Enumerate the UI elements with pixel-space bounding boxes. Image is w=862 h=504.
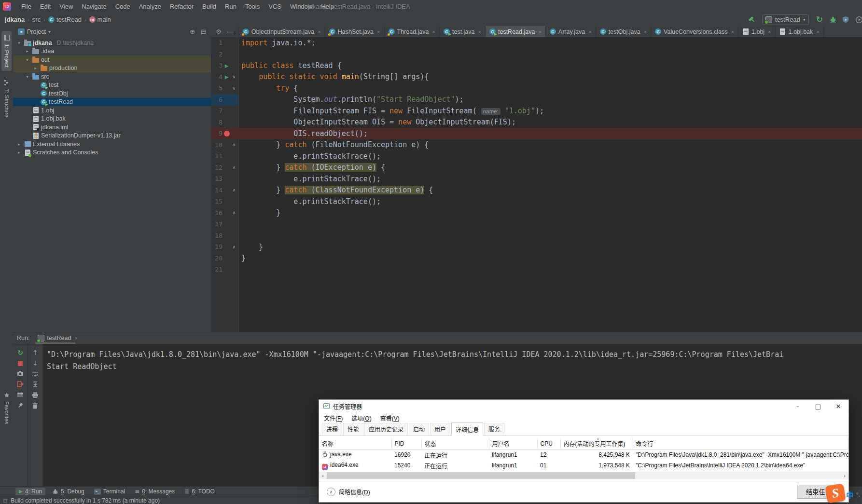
code-line[interactable]: 7 FileInputStream FIS = new FileInputStr… xyxy=(211,105,862,117)
fold-icon[interactable]: ∧ xyxy=(231,210,237,215)
menu-tools[interactable]: Tools xyxy=(241,3,264,10)
rerun-icon[interactable]: ↻ xyxy=(17,349,23,356)
gutter[interactable]: 18 xyxy=(211,230,238,242)
tm-column-header[interactable]: 状态 xyxy=(421,438,489,450)
tree-item-out[interactable]: ▾out xyxy=(13,55,211,64)
scroll-to-end-icon[interactable] xyxy=(32,381,39,388)
gutter[interactable]: 14∧ xyxy=(211,185,238,196)
run-gutter-icon[interactable]: ▶ xyxy=(225,74,229,80)
run-gutter-icon[interactable]: ▶ xyxy=(225,63,229,68)
tree-item-1-obj[interactable]: 1.obj xyxy=(13,106,211,115)
fold-icon[interactable]: ∧ xyxy=(231,188,237,192)
tab-hashset-java[interactable]: CHashSet.java× xyxy=(325,26,385,37)
code-line[interactable]: 1import java.io.*; xyxy=(211,37,862,49)
profiler-icon[interactable] xyxy=(855,16,862,23)
line-number[interactable]: 10 xyxy=(211,141,222,149)
gutter[interactable]: 2 xyxy=(211,49,238,60)
line-number[interactable]: 3 xyxy=(211,62,222,69)
tree-item-testobj[interactable]: CtestObj xyxy=(13,89,211,98)
code-line[interactable]: 4▶∨ public static void main(String[] arg… xyxy=(211,71,862,83)
gutter[interactable]: 7 xyxy=(211,105,238,117)
process-row[interactable]: IJidea64.exe15240正在运行lifangrun1011,973,5… xyxy=(319,460,848,471)
line-number[interactable]: 21 xyxy=(211,266,222,273)
breadcrumb-testread[interactable]: CtestRead xyxy=(48,16,82,23)
camera-icon[interactable] xyxy=(17,370,24,377)
code-line[interactable]: 19∧ } xyxy=(211,241,862,253)
process-row[interactable]: java.exe16920正在运行lifangrun1128,425,948 K… xyxy=(319,450,848,461)
line-number[interactable]: 9 xyxy=(211,130,222,137)
line-number[interactable]: 6 xyxy=(211,96,222,103)
breadcrumb-main[interactable]: mmain xyxy=(89,16,111,23)
code-line[interactable]: 18 xyxy=(211,230,862,242)
close-icon[interactable]: × xyxy=(538,29,541,35)
gutter[interactable]: 8 xyxy=(211,117,238,128)
code-line[interactable]: 8 ObjectInputStream OIS = new ObjectInpu… xyxy=(211,117,862,128)
coverage-icon[interactable] xyxy=(842,16,849,23)
fold-icon[interactable]: ∧ xyxy=(231,165,237,170)
close-icon[interactable]: × xyxy=(816,29,819,35)
line-number[interactable]: 7 xyxy=(211,107,222,114)
code-line[interactable]: 5∨ try { xyxy=(211,82,862,94)
menu-file[interactable]: File xyxy=(17,3,36,10)
gutter[interactable]: 3▶ xyxy=(211,60,238,71)
gutter[interactable]: 4▶∨ xyxy=(211,71,238,83)
code-line[interactable]: 20} xyxy=(211,253,862,264)
tm-column-header[interactable]: 用户名 xyxy=(489,438,537,450)
tree-item-production[interactable]: ▸production xyxy=(13,64,211,73)
pin-icon[interactable] xyxy=(17,402,24,409)
gutter[interactable]: 9 xyxy=(211,128,238,139)
toolwindow-switcher-icon[interactable]: □ xyxy=(3,497,7,504)
line-number[interactable]: 16 xyxy=(211,209,222,217)
expand-arrow-icon[interactable]: ▾ xyxy=(24,57,30,62)
run-tab[interactable]: testRead × xyxy=(35,332,80,344)
breadcrumb-src[interactable]: src xyxy=(32,16,41,23)
code-line[interactable]: 13 e.printStackTrace(); xyxy=(211,173,862,185)
tree-item-testread[interactable]: C▶testRead xyxy=(13,98,211,107)
stripe-7-structure[interactable]: 7: Structure xyxy=(1,76,12,121)
stripe-favorites[interactable]: Favorites xyxy=(1,388,12,427)
tab-thread-java[interactable]: CThread.java× xyxy=(385,26,440,37)
close-icon[interactable]: × xyxy=(478,29,481,35)
tab-test-java[interactable]: C▶test.java× xyxy=(440,26,486,37)
tree-item-1-obj-bak[interactable]: 1.obj.bak xyxy=(13,115,211,123)
breadcrumb-jdkana[interactable]: jdkana xyxy=(5,16,25,23)
tab-array-java[interactable]: CArray.java× xyxy=(546,26,596,37)
code-line[interactable]: 3▶public class testRead { xyxy=(211,60,862,71)
code-line[interactable]: 12∧ } catch (IOException e) { xyxy=(211,162,862,174)
tree-item-test[interactable]: C▶test xyxy=(13,81,211,90)
tm-column-header[interactable]: ∨内存(活动的专用工作集) xyxy=(560,438,633,450)
line-number[interactable]: 8 xyxy=(211,119,222,126)
exit-icon[interactable] xyxy=(17,381,24,387)
soft-wrap-icon[interactable] xyxy=(32,370,39,377)
tab-1-obj[interactable]: 1.obj× xyxy=(738,26,776,37)
print-icon[interactable] xyxy=(32,392,39,398)
tree-item-jdkana-iml[interactable]: jdkana.iml xyxy=(13,123,211,132)
tree-item-scratches-and-consoles[interactable]: ▸Scratches and Consoles xyxy=(13,149,211,157)
code-line[interactable]: 6 System.out.println("Start ReadObject")… xyxy=(211,94,862,106)
menu-run[interactable]: Run xyxy=(221,3,241,10)
hide-panel-icon[interactable]: — xyxy=(227,28,234,35)
tab-valueconversions-class[interactable]: CValueConversions.class× xyxy=(651,26,738,37)
expand-arrow-icon[interactable]: ▸ xyxy=(16,142,22,147)
tm-tab-tab[interactable]: 性能 xyxy=(343,423,363,435)
trash-icon[interactable] xyxy=(32,402,39,409)
gutter[interactable]: 19∧ xyxy=(211,241,238,253)
tab-testobj-java[interactable]: CtestObj.java× xyxy=(596,26,651,37)
menu-view[interactable]: View xyxy=(55,3,77,10)
tm-menu-item[interactable]: 查看(V) xyxy=(380,414,400,422)
gutter[interactable]: 15 xyxy=(211,196,238,207)
collapse-all-icon[interactable]: ⊟ xyxy=(201,28,206,35)
tm-column-header[interactable]: 命令行 xyxy=(633,438,848,450)
toolwindow-0-messages[interactable]: ≡0: Messages xyxy=(131,488,178,495)
line-number[interactable]: 19 xyxy=(211,243,222,250)
close-icon[interactable]: × xyxy=(318,29,320,35)
horizontal-scrollbar[interactable]: ‹ › xyxy=(319,472,848,479)
tm-menu-item[interactable]: 选项(O) xyxy=(351,414,371,422)
line-number[interactable]: 2 xyxy=(211,51,222,58)
gutter[interactable]: 21 xyxy=(211,264,238,275)
code-line[interactable]: 11 e.printStackTrace(); xyxy=(211,150,862,162)
layout-icon[interactable] xyxy=(17,391,24,398)
tm-menu-item[interactable]: 文件(F) xyxy=(324,414,343,422)
stripe-1-project[interactable]: 1: Project xyxy=(1,31,12,71)
close-icon[interactable]: × xyxy=(731,29,734,35)
